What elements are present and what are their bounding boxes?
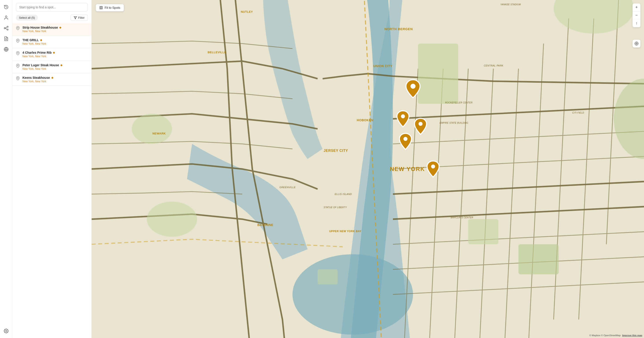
svg-marker-11 bbox=[74, 16, 77, 19]
svg-point-16 bbox=[18, 77, 18, 78]
spots-list: Strip House Steakhouse ◆ New York, New Y… bbox=[12, 23, 92, 338]
nav-settings-icon[interactable] bbox=[2, 327, 10, 335]
svg-line-5 bbox=[5, 28, 7, 29]
svg-rect-24 bbox=[318, 269, 338, 284]
svg-point-30 bbox=[431, 164, 435, 168]
svg-point-31 bbox=[404, 137, 408, 141]
nav-globe-icon[interactable] bbox=[2, 45, 10, 54]
svg-point-13 bbox=[18, 40, 18, 41]
svg-point-29 bbox=[418, 122, 422, 126]
list-controls: Select all (5) Filter bbox=[12, 14, 92, 23]
spot-info: Peter Luger Steak House ◆ New York, New … bbox=[22, 63, 88, 70]
spot-info: 4 Charles Prime Rib ◆ New York, New York bbox=[22, 51, 88, 58]
spot-name: Strip House Steakhouse ◆ bbox=[22, 26, 88, 29]
svg-point-23 bbox=[147, 202, 197, 237]
spot-diamond-icon: ◆ bbox=[60, 64, 62, 67]
reset-bearing-button[interactable]: ↑ bbox=[632, 19, 640, 27]
svg-point-27 bbox=[410, 84, 416, 89]
svg-rect-32 bbox=[100, 6, 102, 9]
svg-point-28 bbox=[401, 114, 405, 118]
svg-point-12 bbox=[18, 27, 18, 28]
map-attribution: © Mapbox © OpenStreetMap Improve this ma… bbox=[590, 334, 642, 337]
svg-point-34 bbox=[101, 7, 102, 7]
spot-location-text: New York, New York bbox=[22, 30, 88, 33]
spot-diamond-icon: ◆ bbox=[51, 76, 53, 79]
gps-button[interactable] bbox=[632, 40, 640, 47]
select-all-button[interactable]: Select all (5) bbox=[16, 15, 38, 21]
spot-location-text: New York, New York bbox=[22, 80, 88, 83]
svg-point-14 bbox=[18, 52, 18, 53]
svg-point-15 bbox=[18, 65, 18, 66]
zoom-in-button[interactable]: + bbox=[632, 3, 640, 11]
svg-point-2 bbox=[7, 26, 8, 27]
svg-rect-21 bbox=[518, 244, 558, 274]
spot-location-icon bbox=[16, 76, 20, 81]
spot-location-icon bbox=[16, 39, 20, 44]
map-controls: + − ↑ bbox=[632, 3, 640, 27]
left-panel: Select all (5) Filter Strip House Steakh… bbox=[12, 0, 92, 338]
svg-rect-20 bbox=[468, 219, 498, 244]
sidebar-nav bbox=[0, 0, 12, 338]
svg-point-22 bbox=[132, 114, 172, 144]
nav-contacts-icon[interactable] bbox=[2, 13, 10, 22]
filter-button[interactable]: Filter bbox=[70, 14, 88, 21]
spot-item-1[interactable]: Strip House Steakhouse ◆ New York, New Y… bbox=[12, 23, 92, 36]
svg-point-3 bbox=[7, 29, 8, 30]
fit-to-spots-button[interactable]: Fit to Spots bbox=[96, 4, 124, 11]
spot-location-text: New York, New York bbox=[22, 67, 88, 70]
spot-info: Keens Steakhouse ◆ New York, New York bbox=[22, 76, 88, 83]
spot-location-icon bbox=[16, 51, 20, 56]
spot-name: Keens Steakhouse ◆ bbox=[22, 76, 88, 79]
mapbox-attribution: © Mapbox © OpenStreetMap bbox=[590, 334, 621, 337]
spot-location-text: New York, New York bbox=[22, 42, 88, 45]
svg-point-10 bbox=[6, 330, 7, 332]
spot-name: 4 Charles Prime Rib ◆ bbox=[22, 51, 88, 54]
svg-point-38 bbox=[636, 43, 637, 44]
svg-rect-19 bbox=[418, 43, 458, 104]
gps-icon bbox=[634, 41, 638, 45]
svg-point-36 bbox=[101, 8, 102, 8]
filter-icon bbox=[74, 16, 77, 19]
map-container: NUTLEYNORTH BERGENBELLEVILLEUNION CITYHO… bbox=[92, 0, 644, 338]
search-input[interactable] bbox=[16, 3, 88, 11]
spot-diamond-icon: ◆ bbox=[59, 26, 61, 29]
spot-name: Peter Luger Steak House ◆ bbox=[22, 63, 88, 67]
search-container bbox=[12, 0, 92, 14]
spot-item-5[interactable]: Keens Steakhouse ◆ New York, New York bbox=[12, 73, 92, 86]
map-svg bbox=[92, 0, 644, 338]
svg-line-4 bbox=[5, 27, 7, 28]
nav-routes-icon[interactable] bbox=[2, 24, 10, 32]
svg-point-0 bbox=[5, 16, 7, 17]
spot-item-4[interactable]: Peter Luger Steak House ◆ New York, New … bbox=[12, 61, 92, 73]
fit-to-spots-label: Fit to Spots bbox=[104, 6, 120, 9]
nav-notes-icon[interactable] bbox=[2, 34, 10, 43]
improve-map-link[interactable]: Improve this map bbox=[622, 334, 642, 337]
zoom-out-button[interactable]: − bbox=[632, 11, 640, 19]
spot-diamond-icon: ◆ bbox=[53, 51, 55, 54]
spot-location-icon bbox=[16, 64, 20, 69]
nav-history-icon[interactable] bbox=[2, 3, 10, 11]
spot-diamond-icon: ◆ bbox=[40, 38, 42, 41]
spot-location-text: New York, New York bbox=[22, 55, 88, 58]
spot-info: Strip House Steakhouse ◆ New York, New Y… bbox=[22, 26, 88, 33]
spot-item-3[interactable]: 4 Charles Prime Rib ◆ New York, New York bbox=[12, 48, 92, 61]
svg-point-35 bbox=[100, 8, 101, 8]
spot-location-icon bbox=[16, 26, 20, 31]
spot-item-2[interactable]: THE GRILL ◆ New York, New York bbox=[12, 36, 92, 48]
map-background[interactable]: NUTLEYNORTH BERGENBELLEVILLEUNION CITYHO… bbox=[92, 0, 644, 338]
svg-point-33 bbox=[100, 7, 101, 7]
spot-info: THE GRILL ◆ New York, New York bbox=[22, 38, 88, 45]
spot-name: THE GRILL ◆ bbox=[22, 38, 88, 42]
filter-label: Filter bbox=[78, 16, 84, 19]
fit-spots-icon bbox=[99, 6, 103, 9]
